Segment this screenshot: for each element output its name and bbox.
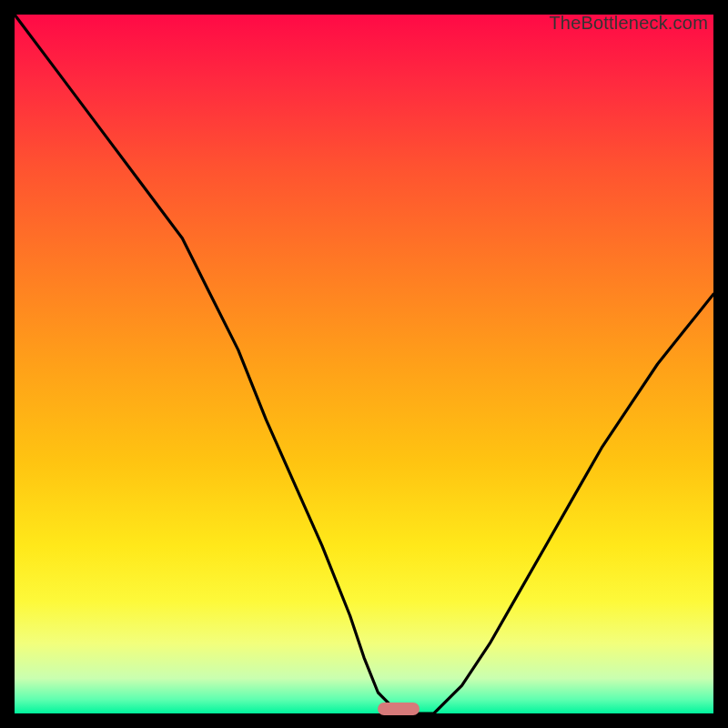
watermark-text: TheBottleneck.com <box>549 13 708 34</box>
chart-frame: TheBottleneck.com <box>0 0 728 728</box>
optimal-zone-marker <box>378 703 420 715</box>
bottleneck-curve <box>15 15 713 713</box>
